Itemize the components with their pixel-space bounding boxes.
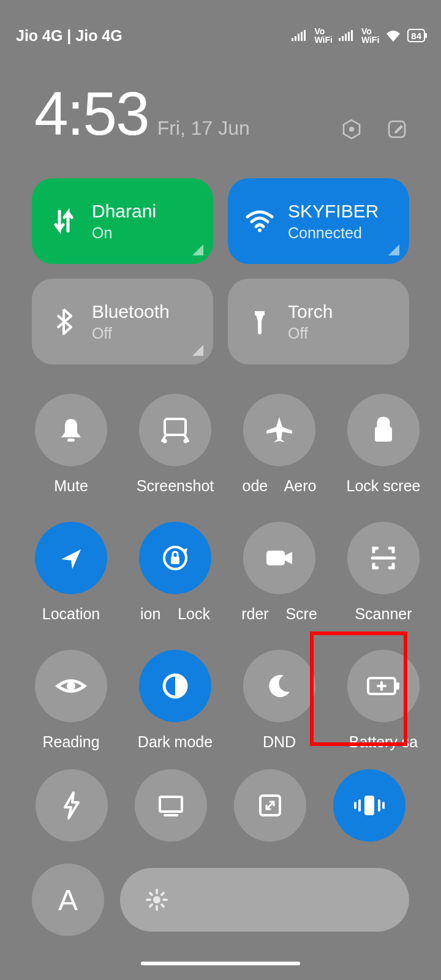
svg-rect-5 [339,38,341,41]
svg-rect-2 [298,34,300,41]
svg-rect-33 [364,796,374,815]
settings-button[interactable] [339,117,364,141]
svg-point-13 [258,228,262,232]
lock-screen-toggle[interactable]: Lock scree [334,394,432,495]
sun-icon [145,888,169,912]
svg-rect-14 [255,311,265,315]
time-text: 4:53 [34,78,149,149]
svg-rect-6 [342,36,344,41]
mute-icon [35,394,107,466]
screenshot-icon [139,394,211,466]
airplane-toggle[interactable]: ode Aero [230,394,328,495]
reading-mode-toggle[interactable]: Reading [22,650,120,751]
mobile-data-icon [49,206,78,236]
status-bar: Jio 4G | Jio 4G VoWiFi VoWiFi 84 [0,0,441,54]
svg-rect-22 [266,551,285,565]
wifi-icon [245,209,274,233]
bolt-toggle[interactable] [36,769,108,842]
brightness-slider[interactable] [120,868,409,932]
mobile-data-title: Dharani [92,201,156,222]
vibrate-toggle[interactable] [333,769,405,842]
screenshot-toggle[interactable]: Screenshot [126,394,224,495]
vo-wifi-1-icon: VoWiFi [314,27,332,44]
lock-icon [347,394,420,466]
signal-1-icon [292,30,306,41]
battery-status: 84 [407,29,425,42]
mobile-data-tile[interactable]: Dharani On [32,178,213,264]
svg-rect-7 [345,34,347,41]
svg-point-11 [349,127,354,132]
rotation-lock-toggle[interactable]: ion Lock [126,522,224,623]
edit-button[interactable] [385,117,409,141]
svg-rect-4 [304,30,306,41]
large-tiles: Dharani On SKYFIBER Connected Bluetooth … [0,149,441,364]
svg-line-45 [162,893,164,895]
status-carrier: Jio 4G | Jio 4G [16,27,123,45]
svg-rect-16 [165,419,186,435]
mobile-data-sub: On [92,224,156,242]
torch-icon [245,307,274,336]
clock: 4:53 Fri, 17 Jun [34,78,250,149]
location-icon [35,522,107,594]
signal-2-icon [339,30,353,41]
svg-rect-21 [171,557,179,564]
window-toggle[interactable] [234,769,306,842]
scanner-icon [347,522,420,594]
vibrate-icon [352,793,386,818]
video-icon [243,522,315,594]
expand-corner-icon [192,345,203,356]
svg-point-38 [153,896,160,903]
highlight-box [310,631,407,746]
float-window-icon [257,792,284,819]
torch-title: Torch [288,301,333,322]
svg-rect-8 [348,32,350,41]
home-indicator[interactable] [141,962,300,965]
toggle-row-partial [0,751,441,842]
wifi-status-icon [385,29,401,42]
status-icons: VoWiFi VoWiFi 84 [292,27,425,44]
scanner-toggle[interactable]: Scanner [334,522,432,623]
rotation-lock-icon [139,522,211,594]
svg-rect-30 [160,797,182,812]
bluetooth-sub: Off [92,325,170,342]
mute-toggle[interactable]: Mute [22,394,120,495]
svg-point-18 [184,439,188,443]
torch-tile[interactable]: Torch Off [228,279,409,364]
wifi-sub: Connected [288,224,379,242]
location-toggle[interactable]: Location [22,522,120,623]
auto-brightness-label: A [58,883,78,917]
brightness-row: A [0,842,441,936]
auto-brightness-toggle[interactable]: A [32,864,104,936]
bluetooth-icon [49,307,78,336]
dark-mode-toggle[interactable]: Dark mode [126,650,224,751]
torch-sub: Off [288,325,333,342]
bolt-icon [61,790,82,821]
svg-rect-1 [295,36,296,41]
wifi-tile[interactable]: SKYFIBER Connected [228,178,409,264]
wifi-title: SKYFIBER [288,201,379,222]
svg-line-44 [162,905,164,907]
svg-rect-9 [351,30,353,41]
svg-line-43 [150,893,152,895]
svg-rect-0 [292,38,293,41]
airplane-icon [243,394,315,466]
monitor-icon [156,793,186,818]
vo-wifi-2-icon: VoWiFi [361,27,379,44]
eye-icon [35,650,107,722]
svg-rect-3 [301,32,303,41]
svg-rect-19 [375,427,392,442]
panel-header: 4:53 Fri, 17 Jun [0,54,441,149]
screen-record-toggle[interactable]: rder Scre [230,522,328,623]
dark-mode-icon [139,650,211,722]
svg-rect-15 [67,439,75,442]
svg-point-24 [67,682,75,690]
expand-corner-icon [192,244,203,255]
expand-corner-icon [388,244,399,255]
svg-point-17 [163,439,167,443]
bluetooth-tile[interactable]: Bluetooth Off [32,279,213,364]
bluetooth-title: Bluetooth [92,301,170,322]
moon-icon [243,650,315,722]
svg-line-46 [150,905,152,907]
date-text: Fri, 17 Jun [157,117,250,140]
cast-toggle[interactable] [135,769,207,842]
